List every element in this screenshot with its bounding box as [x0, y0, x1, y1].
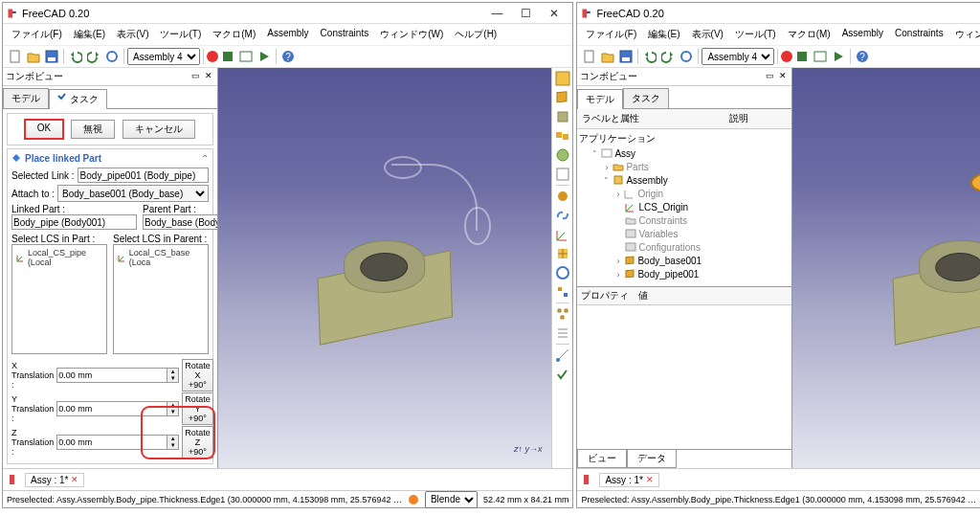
parent-part-input[interactable] [143, 214, 217, 230]
asm-tree-icon[interactable] [554, 305, 571, 323]
menu-edit[interactable]: 編集(E) [643, 26, 684, 43]
menu-view[interactable]: 表示(V) [687, 26, 728, 43]
menu-constraints[interactable]: Constraints [316, 26, 374, 43]
asm-shape-icon[interactable] [554, 166, 571, 183]
titlebar[interactable]: FreeCAD 0.20 — ☐ ✕ [3, 3, 572, 24]
tree-assembly[interactable]: ˅Assembly [579, 173, 790, 187]
titlebar[interactable]: FreeCAD 0.20 — ☐ ✕ [577, 3, 980, 24]
asm-group-icon[interactable] [554, 127, 571, 145]
tree-parts[interactable]: ›Parts [579, 160, 790, 173]
menu-file[interactable]: ファイル(F) [581, 26, 641, 43]
lcs-parent-item[interactable]: Local_CS_base (Loca [116, 247, 206, 268]
tree-constraints[interactable]: Constraints [579, 213, 790, 227]
xtrans-input[interactable] [56, 368, 167, 383]
asm-config-icon[interactable] [554, 325, 571, 342]
lcs-part-list[interactable]: Local_CS_pipe (Local [11, 244, 107, 354]
asm-body-icon[interactable] [554, 108, 571, 125]
menu-file[interactable]: ファイル(F) [7, 26, 67, 43]
menu-tools[interactable]: ツール(T) [155, 26, 206, 43]
doc-tab[interactable]: Assy : 1*✕ [25, 473, 84, 487]
workbench-combo[interactable]: Assembly 4 [702, 48, 774, 65]
doc-tab[interactable]: Assy : 1*✕ [599, 473, 658, 487]
run-macro-icon[interactable] [830, 48, 847, 65]
menu-tools[interactable]: ツール(T) [730, 26, 781, 43]
refresh-icon[interactable] [678, 48, 695, 65]
undo-icon[interactable] [67, 48, 84, 65]
asm-lcs-icon[interactable] [554, 226, 571, 243]
tree-variables[interactable]: Variables [579, 227, 790, 240]
nav-style-combo[interactable]: Blender [425, 491, 478, 508]
save-icon[interactable] [617, 48, 635, 65]
new-icon[interactable] [7, 48, 24, 65]
whatsthis-icon[interactable]: ? [279, 48, 297, 65]
nav-style-icon[interactable] [408, 494, 419, 505]
save-icon[interactable] [43, 48, 60, 65]
stop-icon[interactable] [793, 48, 811, 65]
rotate-x-button[interactable]: Rotate X +90° [182, 359, 213, 392]
asm-place-icon[interactable] [554, 245, 571, 262]
menu-macro[interactable]: マクロ(M) [208, 26, 260, 43]
asm-fastener-icon[interactable] [554, 188, 571, 205]
panel-float-icon[interactable]: ▭ [189, 71, 201, 82]
tree-origin[interactable]: ›Origin [579, 187, 790, 200]
bottom-tab-view[interactable]: ビュー [577, 450, 627, 468]
menu-assembly[interactable]: Assembly [262, 26, 313, 43]
linked-part-input[interactable] [11, 214, 137, 230]
selected-link-input[interactable] [78, 168, 209, 183]
menu-view[interactable]: 表示(V) [112, 26, 153, 43]
close-button[interactable]: ✕ [540, 5, 568, 22]
panel-close-icon[interactable]: ✕ [777, 71, 789, 82]
macros-icon[interactable] [237, 48, 255, 65]
panel-close-icon[interactable]: ✕ [203, 71, 214, 82]
run-macro-icon[interactable] [256, 48, 273, 65]
3d-viewport[interactable]: z↑ y→x [218, 68, 551, 468]
3d-viewport[interactable]: z↑ y→x [792, 68, 980, 468]
new-icon[interactable] [581, 48, 598, 65]
lcs-part-item[interactable]: Local_CS_pipe (Local [14, 247, 104, 268]
asm-part-icon[interactable] [554, 89, 571, 106]
lcs-parent-list[interactable]: Local_CS_base (Loca [113, 244, 209, 354]
panel-float-icon[interactable]: ▭ [764, 71, 775, 82]
doc-tab-close-icon[interactable]: ✕ [71, 475, 78, 484]
rotate-z-button[interactable]: Rotate Z +90° [182, 426, 213, 459]
doc-tab-close-icon[interactable]: ✕ [646, 475, 654, 484]
open-icon[interactable] [25, 48, 42, 65]
redo-icon[interactable] [659, 48, 677, 65]
menu-edit[interactable]: 編集(E) [69, 26, 110, 43]
rotate-y-button[interactable]: Rotate Y +90° [182, 392, 213, 425]
tab-task[interactable]: タスク [623, 88, 669, 108]
tree-body-base[interactable]: ›Body_base001 [579, 254, 790, 267]
tree-app[interactable]: アプリケーション [579, 131, 790, 146]
menu-help[interactable]: ヘルプ(H) [450, 26, 501, 43]
model-tree[interactable]: アプリケーション ˅Assy ›Parts ˅Assembly ›Origin … [577, 129, 791, 286]
bottom-tab-data[interactable]: データ [627, 450, 677, 468]
menu-constraints[interactable]: Constraints [890, 26, 948, 43]
refresh-icon[interactable] [103, 48, 121, 65]
redo-icon[interactable] [85, 48, 102, 65]
whatsthis-icon[interactable]: ? [854, 48, 871, 65]
asm-variant-icon[interactable] [554, 283, 571, 301]
menu-macro[interactable]: マクロ(M) [783, 26, 835, 43]
asm-insert-icon[interactable] [554, 146, 571, 164]
record-icon[interactable] [207, 51, 218, 62]
stop-icon[interactable] [219, 48, 236, 65]
open-icon[interactable] [599, 48, 616, 65]
ok-button[interactable]: OK [25, 120, 63, 139]
asm-check-icon[interactable] [554, 366, 571, 383]
asm-link-icon[interactable] [554, 207, 571, 224]
maximize-button[interactable]: ☐ [511, 5, 540, 22]
asm-new-icon[interactable] [554, 70, 571, 87]
menu-window[interactable]: ウィンドウ(W) [950, 26, 980, 43]
cancel-button[interactable]: キャンセル [122, 120, 195, 139]
tree-assy[interactable]: ˅Assy [579, 146, 790, 160]
ignore-button[interactable]: 無視 [71, 120, 115, 139]
record-icon[interactable] [781, 51, 792, 62]
menu-assembly[interactable]: Assembly [837, 26, 888, 43]
ztrans-input[interactable] [56, 435, 167, 450]
minimize-button[interactable]: — [482, 5, 511, 22]
asm-solve-icon[interactable] [554, 264, 571, 281]
attach-to-select[interactable]: Body_base001 (Body_base) [57, 185, 209, 202]
tab-model[interactable]: モデル [3, 88, 49, 108]
menu-window[interactable]: ウィンドウ(W) [375, 26, 448, 43]
tree-configs[interactable]: Configurations [579, 240, 790, 254]
